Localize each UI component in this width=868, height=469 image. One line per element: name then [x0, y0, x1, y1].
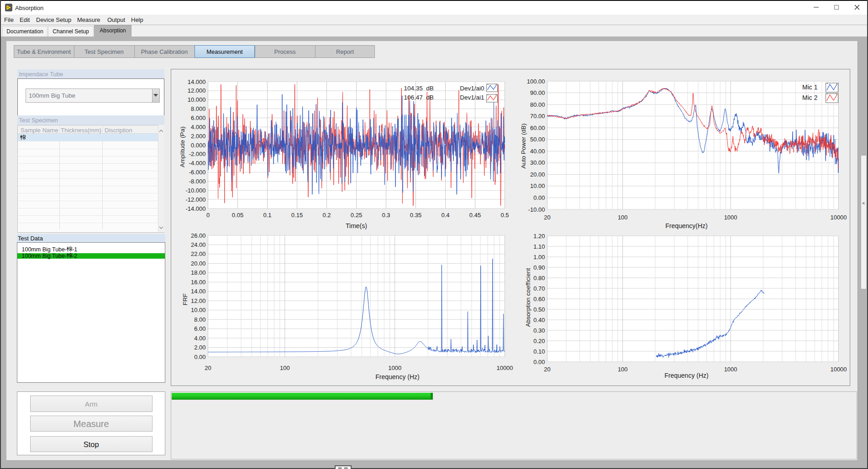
- svg-text:Mic 2: Mic 2: [802, 94, 818, 101]
- svg-text:8.000: 8.000: [190, 105, 205, 112]
- svg-text:12.00: 12.00: [190, 297, 205, 304]
- svg-text:0.70: 0.70: [533, 285, 545, 292]
- svg-text:-6.000: -6.000: [189, 169, 205, 176]
- svg-text:0.50: 0.50: [533, 306, 545, 313]
- svg-text:100: 100: [617, 214, 627, 221]
- svg-text:0.000: 0.000: [190, 142, 205, 149]
- svg-text:10000: 10000: [496, 365, 513, 371]
- svg-text:Frequency (Hz): Frequency (Hz): [664, 372, 708, 379]
- svg-text:0.5: 0.5: [500, 212, 509, 219]
- svg-text:30.00: 30.00: [530, 159, 545, 166]
- svg-text:Mic 1: Mic 1: [802, 83, 818, 91]
- svg-text:100.00: 100.00: [526, 78, 545, 85]
- svg-text:Absorption coefficient: Absorption coefficient: [524, 268, 531, 327]
- svg-text:-2.000: -2.000: [189, 151, 205, 157]
- svg-text:Auto Power (dB): Auto Power (dB): [520, 123, 526, 168]
- svg-text:1000: 1000: [388, 365, 401, 371]
- svg-text:6.000: 6.000: [190, 115, 205, 121]
- svg-text:20: 20: [544, 214, 550, 221]
- svg-text:-4.000: -4.000: [189, 160, 205, 167]
- svg-text:1.20: 1.20: [533, 233, 545, 240]
- svg-text:0.00: 0.00: [533, 359, 545, 365]
- svg-text:14.000: 14.000: [187, 78, 205, 85]
- svg-text:10000: 10000: [830, 214, 847, 221]
- svg-text:4.000: 4.000: [190, 124, 205, 130]
- svg-text:80.00: 80.00: [530, 101, 545, 108]
- svg-text:10.000: 10.000: [187, 96, 205, 103]
- svg-text:22.00: 22.00: [190, 250, 205, 257]
- svg-text:0.30: 0.30: [533, 327, 545, 334]
- svg-text:1.00: 1.00: [533, 254, 545, 261]
- svg-text:10.00: 10.00: [530, 182, 545, 189]
- svg-text:60.00: 60.00: [530, 125, 545, 131]
- svg-text:Dev1/ai0: Dev1/ai0: [460, 85, 484, 92]
- svg-text:104.35 dB: 104.35 dB: [404, 85, 433, 92]
- svg-text:4.00: 4.00: [194, 335, 205, 342]
- svg-text:0: 0: [206, 212, 209, 219]
- svg-text:24.00: 24.00: [190, 241, 205, 248]
- svg-text:10000: 10000: [830, 366, 847, 373]
- svg-text:Amplitude (Pa): Amplitude (Pa): [179, 126, 185, 167]
- svg-text:100: 100: [617, 366, 627, 373]
- svg-text:20: 20: [205, 365, 211, 371]
- svg-text:0.40: 0.40: [533, 317, 545, 323]
- svg-text:0.35: 0.35: [410, 212, 421, 219]
- svg-text:0.25: 0.25: [350, 212, 362, 219]
- svg-text:0.10: 0.10: [533, 348, 545, 355]
- svg-text:Time(s): Time(s): [346, 222, 367, 229]
- svg-text:2.000: 2.000: [190, 133, 205, 140]
- svg-text:Dev1/ai1: Dev1/ai1: [460, 94, 484, 101]
- svg-text:0.45: 0.45: [469, 212, 480, 219]
- svg-text:10.00: 10.00: [190, 307, 205, 313]
- svg-text:14.00: 14.00: [190, 288, 205, 295]
- svg-text:0.15: 0.15: [291, 212, 302, 219]
- svg-text:-8.000: -8.000: [189, 178, 205, 185]
- svg-text:0.05: 0.05: [231, 212, 243, 219]
- svg-text:100: 100: [279, 365, 289, 371]
- svg-text:16.00: 16.00: [190, 279, 205, 286]
- svg-text:0.00: 0.00: [533, 194, 545, 201]
- svg-text:-10.00: -10.00: [528, 206, 545, 213]
- svg-text:FRF: FRF: [181, 293, 188, 305]
- svg-text:-12.000: -12.000: [185, 196, 205, 203]
- svg-text:0.3: 0.3: [382, 212, 390, 219]
- svg-text:50.00: 50.00: [530, 136, 545, 143]
- svg-text:20.00: 20.00: [190, 260, 205, 267]
- svg-text:Frequency(Hz): Frequency(Hz): [665, 222, 708, 229]
- svg-text:40.00: 40.00: [530, 148, 545, 155]
- svg-text:0.60: 0.60: [533, 296, 545, 302]
- svg-text:-14.000: -14.000: [185, 205, 205, 212]
- svg-text:1000: 1000: [724, 366, 737, 373]
- svg-text:8.00: 8.00: [194, 316, 205, 323]
- svg-text:0.20: 0.20: [533, 338, 545, 344]
- svg-text:26.00: 26.00: [190, 232, 205, 239]
- svg-text:Frequency (Hz): Frequency (Hz): [375, 373, 419, 380]
- svg-text:2.00: 2.00: [194, 344, 205, 351]
- svg-text:0.1: 0.1: [263, 212, 271, 219]
- svg-text:6.00: 6.00: [194, 325, 205, 332]
- svg-text:90.00: 90.00: [530, 89, 545, 96]
- svg-text:-10.000: -10.000: [185, 187, 205, 194]
- svg-text:0.00: 0.00: [194, 354, 205, 360]
- svg-text:1000: 1000: [724, 214, 737, 221]
- svg-text:12.000: 12.000: [187, 87, 205, 94]
- svg-text:0.4: 0.4: [441, 212, 449, 219]
- svg-text:106.47 dB: 106.47 dB: [404, 94, 433, 101]
- svg-text:0.2: 0.2: [322, 212, 331, 219]
- svg-text:1.10: 1.10: [533, 243, 545, 250]
- svg-text:0.90: 0.90: [533, 264, 545, 271]
- svg-text:20: 20: [544, 366, 550, 373]
- svg-text:70.00: 70.00: [530, 113, 545, 120]
- svg-text:0.80: 0.80: [533, 275, 545, 281]
- svg-text:20.00: 20.00: [530, 171, 545, 178]
- svg-text:18.00: 18.00: [190, 269, 205, 276]
